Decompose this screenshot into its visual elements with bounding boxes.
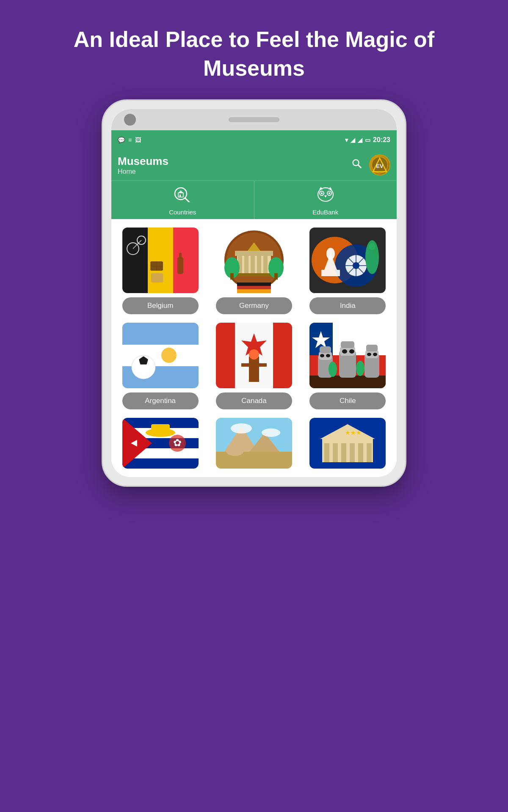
hero-section: An Ideal Place to Feel the Magic of Muse… xyxy=(0,0,508,99)
country-card-india[interactable]: India xyxy=(305,228,390,314)
svg-rect-128 xyxy=(358,443,363,462)
chile-button[interactable]: Chile xyxy=(309,392,386,409)
country-card-canada[interactable]: Canada xyxy=(211,323,296,409)
edubank-tab-label: EduBank xyxy=(312,208,338,216)
svg-point-61 xyxy=(369,243,375,250)
svg-rect-37 xyxy=(263,255,268,274)
svg-rect-40 xyxy=(235,273,273,277)
app-bar: Museums Home EV xyxy=(111,149,397,181)
europe-image: ★★★ xyxy=(309,418,386,469)
svg-rect-25 xyxy=(179,253,182,259)
app-subtitle: Home xyxy=(118,168,168,176)
canada-button[interactable]: Canada xyxy=(216,392,292,409)
svg-text:✿: ✿ xyxy=(173,437,182,448)
notification-icon-2: ≡ xyxy=(128,137,132,143)
svg-rect-126 xyxy=(341,443,346,462)
phone-speaker xyxy=(229,117,279,122)
svg-marker-17 xyxy=(324,195,327,198)
clock: 20:23 xyxy=(373,136,390,144)
svg-text:★★★: ★★★ xyxy=(345,429,362,436)
canada-image xyxy=(216,323,292,388)
svg-rect-47 xyxy=(274,273,278,280)
country-card-germany[interactable]: Germany xyxy=(211,228,296,314)
svg-rect-62 xyxy=(122,323,199,345)
tab-edubank[interactable]: EduBank xyxy=(254,181,397,219)
svg-rect-75 xyxy=(273,323,292,388)
germany-button[interactable]: Germany xyxy=(216,297,292,314)
svg-point-94 xyxy=(342,349,347,354)
country-grid-row1: Belgium xyxy=(118,228,390,314)
country-card-cuba-partial[interactable]: ✿ xyxy=(118,418,203,469)
svg-rect-8 xyxy=(179,195,181,197)
notification-icon-1: 💬 xyxy=(118,137,125,143)
tab-countries[interactable]: Countries xyxy=(111,181,254,219)
svg-rect-125 xyxy=(333,443,338,462)
svg-rect-42 xyxy=(237,286,271,289)
ev-logo-button[interactable]: EV xyxy=(369,154,390,176)
belgium-image xyxy=(122,228,199,293)
svg-rect-93 xyxy=(341,341,354,348)
country-grid-row3: ✿ xyxy=(118,418,390,469)
svg-point-100 xyxy=(373,353,377,356)
svg-rect-119 xyxy=(228,445,235,453)
country-card-argentina[interactable]: Argentina xyxy=(118,323,203,409)
svg-rect-36 xyxy=(257,255,261,274)
cuba-image: ✿ xyxy=(122,418,199,469)
status-left-icons: 💬 ≡ 🖼 xyxy=(118,137,141,143)
phone-frame: 💬 ≡ 🖼 ▾ ◢ ◢ ▭ 20:23 Museums Home xyxy=(102,99,406,487)
app-title-group: Museums Home xyxy=(118,155,168,176)
svg-rect-124 xyxy=(324,443,329,462)
svg-point-65 xyxy=(161,348,177,363)
hero-title: An Ideal Place to Feel the Magic of Muse… xyxy=(0,0,508,99)
country-grid-row2: Argentina xyxy=(118,323,390,409)
svg-rect-35 xyxy=(251,255,255,274)
svg-point-99 xyxy=(367,353,371,356)
svg-rect-59 xyxy=(321,270,340,276)
belgium-button[interactable]: Belgium xyxy=(122,297,199,314)
svg-rect-115 xyxy=(216,452,292,469)
svg-rect-77 xyxy=(249,357,259,382)
svg-rect-123 xyxy=(322,439,373,462)
content-area: Belgium xyxy=(111,219,397,477)
tab-bar: Countries xyxy=(111,181,397,219)
country-card-chile[interactable]: Chile xyxy=(305,323,390,409)
svg-rect-41 xyxy=(237,283,271,286)
svg-rect-74 xyxy=(216,323,235,388)
svg-rect-29 xyxy=(151,273,163,283)
svg-point-89 xyxy=(320,354,324,357)
svg-point-14 xyxy=(329,192,330,194)
india-button[interactable]: India xyxy=(309,297,386,314)
svg-rect-111 xyxy=(151,424,170,433)
wifi-icon: ▾ xyxy=(345,137,348,143)
country-card-belgium[interactable]: Belgium xyxy=(118,228,203,314)
germany-image xyxy=(216,228,292,293)
svg-rect-45 xyxy=(230,273,234,280)
argentina-button[interactable]: Argentina xyxy=(122,392,199,409)
svg-point-102 xyxy=(356,361,364,376)
svg-rect-19 xyxy=(148,228,173,293)
svg-rect-107 xyxy=(122,458,199,469)
country-card-egypt-partial[interactable] xyxy=(211,418,296,469)
status-bar: 💬 ≡ 🖼 ▾ ◢ ◢ ▭ 20:23 xyxy=(111,130,397,149)
svg-rect-129 xyxy=(367,443,372,462)
svg-marker-9 xyxy=(178,190,183,193)
edubank-tab-icon xyxy=(315,186,336,206)
svg-point-121 xyxy=(262,428,280,437)
svg-rect-38 xyxy=(235,251,273,256)
svg-rect-98 xyxy=(366,345,378,351)
argentina-image xyxy=(122,323,199,388)
app-title: Museums xyxy=(118,155,168,168)
svg-line-6 xyxy=(185,198,189,202)
svg-point-95 xyxy=(349,349,354,354)
svg-rect-127 xyxy=(350,443,355,462)
svg-point-90 xyxy=(326,354,330,357)
svg-rect-20 xyxy=(173,228,199,293)
search-button[interactable] xyxy=(351,158,363,173)
signal-icon-1: ◢ xyxy=(351,137,355,143)
phone-screen: 💬 ≡ 🖼 ▾ ◢ ◢ ▭ 20:23 Museums Home xyxy=(111,109,397,477)
svg-point-13 xyxy=(321,192,323,194)
phone-camera xyxy=(124,114,136,126)
svg-rect-24 xyxy=(177,257,183,274)
svg-point-120 xyxy=(231,423,252,433)
country-card-europe-partial[interactable]: ★★★ xyxy=(305,418,390,469)
